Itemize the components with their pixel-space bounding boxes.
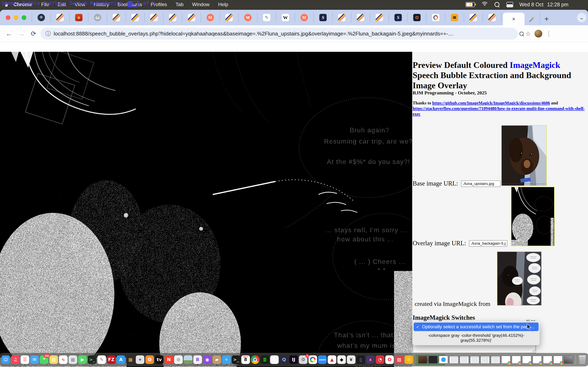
site-info-icon[interactable]: ⓘ xyxy=(45,30,51,37)
dock-window-chrome[interactable] xyxy=(512,356,521,364)
pinned-tab-sbs-yellow[interactable]: ≋ xyxy=(445,13,464,22)
pinned-tab-wikipedia-w[interactable]: W xyxy=(276,13,295,22)
dock-window-chrome[interactable] xyxy=(501,356,511,364)
dock-window-doc[interactable] xyxy=(480,356,490,364)
dock-mail[interactable]: ✉ xyxy=(30,355,39,364)
bookmark-star-icon[interactable]: ☆ xyxy=(525,30,531,37)
pinned-tab-s-dark[interactable]: S xyxy=(389,13,408,22)
dock-trash[interactable] xyxy=(578,355,587,364)
tab-wand[interactable]: ✦ xyxy=(525,13,540,25)
dock-opera[interactable]: O xyxy=(385,355,394,364)
dock-reminders[interactable]: ☰ xyxy=(21,355,29,364)
pinned-tab-s-dark[interactable]: S xyxy=(314,13,333,22)
profile-avatar[interactable] xyxy=(535,30,542,38)
dock-terminal3[interactable]: ≣ xyxy=(260,355,269,364)
spotlight-icon[interactable] xyxy=(494,2,499,7)
popup-selected-option[interactable]: ✓ Optionally select a successful switch … xyxy=(414,323,539,331)
pinned-tab-book-red[interactable]: ✿ xyxy=(70,13,88,22)
dock-podcasts[interactable]: ◉ xyxy=(203,355,212,364)
control-center-icon[interactable] xyxy=(506,2,512,7)
pinned-tab-chrome-dark[interactable] xyxy=(32,13,51,22)
menu-tab[interactable]: Tab xyxy=(171,2,188,7)
dock-launchpad[interactable]: ▦ xyxy=(69,355,77,364)
pinned-tab-pencil[interactable] xyxy=(220,13,239,22)
menu-window[interactable]: Window xyxy=(188,2,214,7)
dock-terminal2[interactable]: >_ xyxy=(232,355,240,364)
tab-search-button[interactable]: ⌄ xyxy=(577,13,586,22)
pinned-tab-m-orange[interactable]: M xyxy=(201,13,220,22)
pinned-tab-tooth[interactable]: ω xyxy=(88,13,107,22)
pinned-tab-m-orange[interactable]: M xyxy=(239,13,258,22)
dock-window-doc[interactable] xyxy=(491,356,500,364)
pinned-tab-pencil[interactable] xyxy=(107,13,126,22)
battery-icon[interactable]: ⚡ xyxy=(466,2,475,7)
dock-window-chrome[interactable] xyxy=(522,356,531,364)
dock-iphone[interactable]: ▯ xyxy=(356,355,365,364)
dock-lamp[interactable]: ☉ xyxy=(405,355,413,364)
dock-pages-photo[interactable]: ▨ xyxy=(395,355,403,364)
dock-grab[interactable]: ⌖ xyxy=(136,355,144,364)
browser-menu-icon[interactable]: ⋮ xyxy=(544,30,554,37)
dock-b-app[interactable]: B xyxy=(193,355,202,364)
pinned-tab-pencil[interactable] xyxy=(164,13,182,22)
forward-button[interactable]: → xyxy=(16,30,26,38)
dock-window-photo2[interactable] xyxy=(564,356,573,364)
pinned-tab-m-orange[interactable]: M xyxy=(295,13,314,22)
reload-button[interactable]: ⟳ xyxy=(28,30,39,38)
pinned-tab-pencil[interactable] xyxy=(333,13,351,22)
dock-chrome[interactable] xyxy=(251,355,259,364)
dock-window-doc[interactable] xyxy=(470,356,479,364)
pinned-tab-pencil[interactable] xyxy=(351,13,370,22)
dock-window-chrome[interactable] xyxy=(553,356,563,364)
pinned-tab-pencil[interactable] xyxy=(182,13,201,22)
dock-cat[interactable]: ᴥ xyxy=(366,355,375,364)
dock-stocks[interactable]: ∿ xyxy=(59,355,68,364)
dock-terminal[interactable]: >_ xyxy=(88,355,96,364)
dock-files[interactable]: ▰ xyxy=(213,355,221,364)
dock-window-chrome[interactable] xyxy=(543,356,552,364)
popup-option-switches[interactable]: -colorspace gray -color-threshold 'gray(… xyxy=(414,331,539,344)
minimize-window-button[interactable] xyxy=(14,15,18,20)
dock-blank-doc[interactable] xyxy=(270,355,279,364)
dock-window-chrome[interactable] xyxy=(532,356,542,364)
back-button[interactable]: ← xyxy=(4,30,14,38)
dock-prism[interactable]: ▲ xyxy=(328,355,336,364)
dock-window-doc[interactable] xyxy=(459,356,469,364)
dock-finder[interactable]: ☺ xyxy=(1,355,10,364)
github-link[interactable]: https://github.com/ImageMagick/ImageMagi… xyxy=(432,100,550,105)
dock-window-mini[interactable] xyxy=(428,356,438,364)
wifi-icon[interactable] xyxy=(482,2,488,7)
dock-nosign[interactable]: ⊘ xyxy=(174,355,183,364)
dock-window-safari[interactable] xyxy=(439,356,448,364)
pinned-tab-color-dots[interactable] xyxy=(426,13,445,22)
dock-music[interactable]: ♫ xyxy=(11,355,20,364)
pinned-tab-pencil[interactable] xyxy=(370,13,389,22)
dock-keypad[interactable]: ▦ xyxy=(126,355,135,364)
dock-inkscape[interactable]: ◆ xyxy=(337,355,346,364)
dock-textedit[interactable]: ✎ xyxy=(97,355,106,364)
base-image-input[interactable] xyxy=(461,180,501,187)
dock-news[interactable]: N xyxy=(164,355,173,364)
dock-window-photo[interactable] xyxy=(418,356,427,364)
dock-appstore[interactable]: A xyxy=(117,355,125,364)
new-tab-button[interactable]: + xyxy=(540,13,553,25)
pinned-tab-pencil[interactable] xyxy=(145,13,164,22)
dock-quicklook[interactable]: Q xyxy=(280,355,288,364)
dock-gauge[interactable]: ◔ xyxy=(376,355,384,364)
dock-zoom[interactable]: zoom xyxy=(318,355,327,364)
stackoverflow-link[interactable]: https://stackoverflow.com/questions/7109… xyxy=(413,106,585,117)
dock-filezilla[interactable]: FZ xyxy=(107,355,116,364)
dock-safari[interactable]: ✧ xyxy=(222,355,231,364)
pinned-tab-pencil[interactable] xyxy=(126,13,145,22)
pinned-tab-pencil-doc[interactable]: ✎ xyxy=(258,13,276,22)
menubar-clock[interactable]: Wed 8 Oct 12:28 pm xyxy=(519,2,568,8)
url-text[interactable]: localhost:8888/speech_bubble_overlays.ph… xyxy=(54,31,453,37)
pinned-tab-pencil[interactable] xyxy=(51,13,70,22)
dock-calendar[interactable]: 8OCT xyxy=(241,355,250,364)
pinned-tab-o-dark[interactable]: O xyxy=(408,13,426,22)
dock-appletv[interactable]: tv xyxy=(155,355,164,364)
dock-photos[interactable] xyxy=(184,355,192,364)
dock-palette[interactable] xyxy=(309,355,317,364)
address-bar[interactable]: ⓘ localhost:8888/speech_bubble_overlays.… xyxy=(40,28,518,40)
dock-window-doc[interactable] xyxy=(449,356,458,364)
